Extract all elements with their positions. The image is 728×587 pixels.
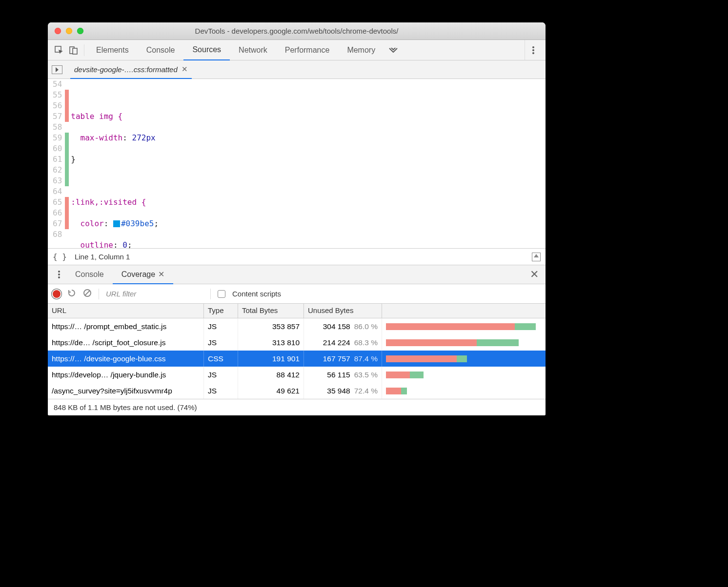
col-header-type[interactable]: Type [204, 304, 238, 318]
content-scripts-label: Content scripts [232, 290, 281, 298]
tabs-overflow-icon[interactable] [384, 40, 403, 60]
coverage-footer: 848 KB of 1.1 MB bytes are not used. (74… [48, 399, 546, 415]
col-header-total[interactable]: Total Bytes [238, 304, 304, 318]
content-scripts-checkbox[interactable] [218, 290, 225, 298]
tab-sources[interactable]: Sources [183, 40, 230, 60]
coverage-type: JS [204, 318, 238, 334]
file-tab-bar: devsite-google-….css:formatted ✕ [48, 60, 546, 79]
record-button[interactable] [53, 290, 61, 298]
color-swatch[interactable] [113, 220, 120, 227]
drawer-kebab-icon[interactable] [52, 267, 66, 282]
coverage-total: 353 857 [238, 318, 304, 334]
coverage-toolbar: URL filter Content scripts [48, 284, 546, 304]
minimize-window-button[interactable] [66, 28, 72, 34]
zoom-window-button[interactable] [77, 28, 83, 34]
coverage-type: JS [204, 383, 238, 399]
coverage-table-body: https://… /prompt_embed_static.jsJS353 8… [48, 318, 546, 399]
coverage-type: JS [204, 367, 238, 383]
inspect-element-icon[interactable] [52, 43, 66, 58]
coverage-unused: 214 22468.3 % [304, 334, 382, 351]
coverage-row[interactable]: https://… /devsite-google-blue.cssCSS191… [48, 351, 546, 367]
devtools-window: DevTools - developers.google.com/web/too… [48, 22, 546, 415]
svg-point-5 [532, 52, 534, 54]
coverage-total: 88 412 [238, 367, 304, 383]
coverage-row[interactable]: https://develop… /jquery-bundle.jsJS88 4… [48, 367, 546, 383]
clear-icon[interactable] [83, 289, 92, 299]
col-header-bar [382, 304, 546, 318]
toggle-device-icon[interactable] [66, 43, 81, 58]
main-tab-bar: Elements Console Sources Network Perform… [48, 40, 546, 60]
coverage-row[interactable]: /async_survey?site=ylj5ifxusvvmr4pJS49 6… [48, 383, 546, 399]
drawer-tab-console[interactable]: Console [66, 265, 113, 284]
close-coverage-tab-icon[interactable]: ✕ [158, 270, 164, 279]
drawer-tab-bar: Console Coverage ✕ ✕ [48, 265, 546, 284]
tab-network[interactable]: Network [230, 40, 276, 60]
svg-point-6 [58, 271, 60, 273]
svg-point-4 [532, 49, 534, 51]
coverage-total: 49 621 [238, 383, 304, 399]
window-title: DevTools - developers.google.com/web/too… [48, 27, 546, 35]
coverage-bar [382, 351, 546, 367]
coverage-unused: 167 75787.4 % [304, 351, 382, 367]
close-window-button[interactable] [55, 28, 61, 34]
reload-icon[interactable] [67, 289, 76, 299]
url-filter-input[interactable]: URL filter [106, 290, 203, 298]
tab-performance[interactable]: Performance [276, 40, 339, 60]
svg-point-3 [532, 46, 534, 48]
coverage-total: 313 810 [238, 334, 304, 351]
coverage-unused: 304 15886.0 % [304, 318, 382, 334]
close-file-tab-icon[interactable]: ✕ [182, 65, 188, 74]
file-tab-devsite-css[interactable]: devsite-google-….css:formatted ✕ [70, 61, 192, 79]
tab-elements[interactable]: Elements [87, 40, 138, 60]
coverage-row[interactable]: https://… /prompt_embed_static.jsJS353 8… [48, 318, 546, 334]
coverage-type: JS [204, 334, 238, 351]
coverage-unused: 56 11563.5 % [304, 367, 382, 383]
coverage-url: https://de… /script_foot_closure.js [48, 334, 204, 351]
coverage-bar [382, 334, 546, 351]
svg-point-8 [58, 276, 60, 278]
col-header-unused[interactable]: Unused Bytes [304, 304, 382, 318]
editor-status-bar: { } Line 1, Column 1 [48, 248, 546, 265]
code-content[interactable]: table img { max-width: 272px } :link,:vi… [69, 79, 546, 248]
drawer-tab-coverage[interactable]: Coverage ✕ [113, 266, 173, 284]
coverage-bar [382, 318, 546, 334]
coverage-row[interactable]: https://de… /script_foot_closure.jsJS313… [48, 334, 546, 351]
titlebar[interactable]: DevTools - developers.google.com/web/too… [48, 22, 546, 40]
tab-console[interactable]: Console [138, 40, 184, 60]
coverage-url: /async_survey?site=ylj5ifxusvvmr4p [48, 383, 204, 399]
pretty-print-icon[interactable]: { } [53, 252, 67, 261]
col-header-url[interactable]: URL [48, 304, 204, 318]
cursor-position: Line 1, Column 1 [75, 253, 130, 261]
file-tab-label: devsite-google-….css:formatted [74, 65, 178, 74]
coverage-table-header: URL Type Total Bytes Unused Bytes [48, 304, 546, 318]
close-drawer-icon[interactable]: ✕ [527, 268, 542, 281]
coverage-unused: 35 94872.4 % [304, 383, 382, 399]
svg-rect-2 [73, 48, 77, 54]
svg-line-10 [85, 291, 90, 295]
code-editor[interactable]: 545556575859606162636465666768 table img… [48, 79, 546, 248]
collapse-pane-icon[interactable] [532, 253, 541, 261]
settings-kebab-icon[interactable] [525, 40, 542, 60]
coverage-gutter [65, 79, 69, 248]
coverage-type: CSS [204, 351, 238, 367]
coverage-url: https://develop… /jquery-bundle.js [48, 367, 204, 383]
coverage-url: https://… /prompt_embed_static.js [48, 318, 204, 334]
svg-point-7 [58, 274, 60, 275]
coverage-bar [382, 367, 546, 383]
tab-memory[interactable]: Memory [338, 40, 384, 60]
show-navigator-icon[interactable] [52, 65, 62, 74]
coverage-total: 191 901 [238, 351, 304, 367]
coverage-url: https://… /devsite-google-blue.css [48, 351, 204, 367]
coverage-bar [382, 383, 546, 399]
line-number-gutter: 545556575859606162636465666768 [48, 79, 65, 248]
